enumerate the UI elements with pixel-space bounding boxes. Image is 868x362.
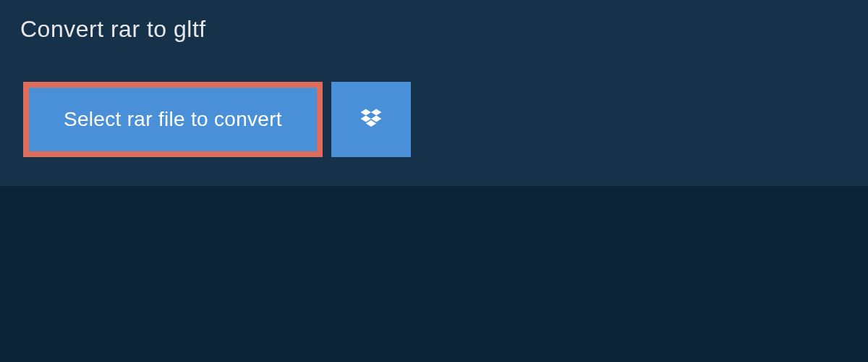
- tab-title: Convert rar to gltf: [20, 16, 206, 42]
- select-file-label: Select rar file to convert: [64, 108, 282, 131]
- dropbox-icon: [358, 106, 384, 132]
- dropbox-button[interactable]: [331, 82, 411, 157]
- converter-panel: Convert rar to gltf Select rar file to c…: [0, 0, 868, 186]
- action-row: Select rar file to convert: [0, 59, 868, 157]
- tab-header-container: Convert rar to gltf: [0, 0, 868, 59]
- select-file-button[interactable]: Select rar file to convert: [23, 82, 323, 157]
- tab-convert[interactable]: Convert rar to gltf: [0, 0, 232, 59]
